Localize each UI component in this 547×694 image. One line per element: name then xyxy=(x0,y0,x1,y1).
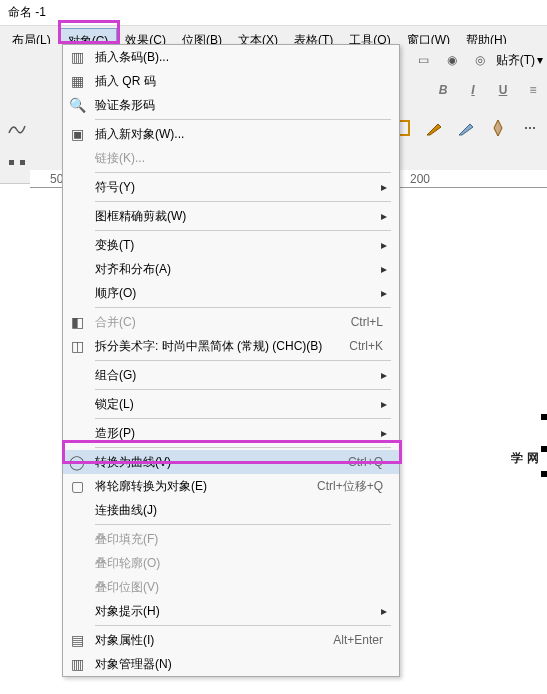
drawing-tools: ⋯ xyxy=(389,115,543,141)
label: 将轮廓转换为对象(E) xyxy=(91,478,317,495)
selection-handle[interactable] xyxy=(541,414,547,420)
menu-object-properties[interactable]: ▤对象属性(I)Alt+Enter xyxy=(63,628,399,652)
qr-icon: ▦ xyxy=(63,69,91,93)
menu-symbol[interactable]: 符号(Y)▸ xyxy=(63,175,399,199)
separator xyxy=(95,418,391,419)
separator xyxy=(95,625,391,626)
menu-overprint-bitmap: 叠印位图(V) xyxy=(63,575,399,599)
shortcut: Ctrl+位移+Q xyxy=(317,478,391,495)
menu-powerclip[interactable]: 图框精确剪裁(W)▸ xyxy=(63,204,399,228)
label: 图框精确剪裁(W) xyxy=(91,208,381,225)
svg-rect-1 xyxy=(9,160,14,165)
label: 符号(Y) xyxy=(91,179,381,196)
label: 验证条形码 xyxy=(91,97,391,114)
submenu-arrow-icon: ▸ xyxy=(381,397,391,411)
menu-object-hint[interactable]: 对象提示(H)▸ xyxy=(63,599,399,623)
bold-button[interactable]: B xyxy=(433,80,453,100)
menu-join-curves[interactable]: 连接曲线(J) xyxy=(63,498,399,522)
submenu-arrow-icon: ▸ xyxy=(381,368,391,382)
pen-tool-icon[interactable] xyxy=(421,115,447,141)
snap-dropdown[interactable]: 贴齐(T) ▾ xyxy=(496,48,543,72)
label: 转换为曲线(V) xyxy=(91,454,348,471)
shortcut: Ctrl+Q xyxy=(348,455,391,469)
label: 造形(P) xyxy=(91,425,381,442)
label: 插入 QR 码 xyxy=(91,73,391,90)
target-icon[interactable]: ◎ xyxy=(468,48,492,72)
more-icon[interactable]: ⋯ xyxy=(517,115,543,141)
label: 拆分美术字: 时尚中黑简体 (常规) (CHC)(B) xyxy=(91,338,349,355)
canvas-text-object[interactable]: 学网 xyxy=(511,418,543,473)
menu-insert-barcode[interactable]: ▥插入条码(B)... xyxy=(63,45,399,69)
selection-handle[interactable] xyxy=(541,446,547,452)
separator xyxy=(95,172,391,173)
format-toolbar: B I U ≡ xyxy=(433,80,543,100)
menu-overprint-fill: 叠印填充(F) xyxy=(63,527,399,551)
label: 叠印位图(V) xyxy=(91,579,391,596)
selection-handle[interactable] xyxy=(541,471,547,477)
label: 插入新对象(W)... xyxy=(91,126,391,143)
menu-insert-new-object[interactable]: ▣插入新对象(W)... xyxy=(63,122,399,146)
label: 合并(C) xyxy=(91,314,351,331)
barcode-icon: ▥ xyxy=(63,45,91,69)
underline-button[interactable]: U xyxy=(493,80,513,100)
submenu-arrow-icon: ▸ xyxy=(381,209,391,223)
separator xyxy=(95,307,391,308)
left-tools xyxy=(4,115,30,175)
node-tool-icon[interactable] xyxy=(4,149,30,175)
svg-rect-2 xyxy=(20,160,25,165)
menu-align[interactable]: 对齐和分布(A)▸ xyxy=(63,257,399,281)
curve-icon: ◯ xyxy=(63,450,91,474)
menu-break-apart[interactable]: ◫拆分美术字: 时尚中黑简体 (常规) (CHC)(B)Ctrl+K xyxy=(63,334,399,358)
menu-shaping[interactable]: 造形(P)▸ xyxy=(63,421,399,445)
shortcut: Alt+Enter xyxy=(333,633,391,647)
freehand-tool-icon[interactable] xyxy=(4,115,30,141)
snap-label: 贴齐(T) xyxy=(496,52,535,69)
manager-icon: ▥ xyxy=(63,652,91,676)
separator xyxy=(95,389,391,390)
menu-order[interactable]: 顺序(O)▸ xyxy=(63,281,399,305)
menu-insert-qr[interactable]: ▦插入 QR 码 xyxy=(63,69,399,93)
shortcut: Ctrl+L xyxy=(351,315,391,329)
label: 锁定(L) xyxy=(91,396,381,413)
menu-group[interactable]: 组合(G)▸ xyxy=(63,363,399,387)
nib-tool-icon[interactable] xyxy=(485,115,511,141)
label: 叠印轮廓(O) xyxy=(91,555,391,572)
separator xyxy=(95,230,391,231)
object-dropdown-menu: ▥插入条码(B)... ▦插入 QR 码 🔍验证条形码 ▣插入新对象(W)...… xyxy=(62,44,400,677)
shortcut: Ctrl+K xyxy=(349,339,391,353)
menu-outline-to-object[interactable]: ▢将轮廓转换为对象(E)Ctrl+位移+Q xyxy=(63,474,399,498)
italic-button[interactable]: I xyxy=(463,80,483,100)
menu-overprint-outline: 叠印轮廓(O) xyxy=(63,551,399,575)
bezier-tool-icon[interactable] xyxy=(453,115,479,141)
toolbar-right: ▭ ◉ ◎ 贴齐(T) ▾ xyxy=(412,48,543,72)
label: 对象属性(I) xyxy=(91,632,333,649)
menu-verify-barcode[interactable]: 🔍验证条形码 xyxy=(63,93,399,117)
align-icon[interactable]: ≡ xyxy=(523,80,543,100)
menu-convert-to-curves[interactable]: ◯转换为曲线(V)Ctrl+Q xyxy=(63,450,399,474)
submenu-arrow-icon: ▸ xyxy=(381,426,391,440)
magnify-icon: 🔍 xyxy=(63,93,91,117)
bounds-icon[interactable]: ▭ xyxy=(412,48,436,72)
menu-transform[interactable]: 变换(T)▸ xyxy=(63,233,399,257)
ruler-mark-200: 200 xyxy=(410,172,430,186)
chevron-down-icon: ▾ xyxy=(537,53,543,67)
submenu-arrow-icon: ▸ xyxy=(381,262,391,276)
outline-icon: ▢ xyxy=(63,474,91,498)
submenu-arrow-icon: ▸ xyxy=(381,286,391,300)
separator xyxy=(95,119,391,120)
label: 对象提示(H) xyxy=(91,603,381,620)
label: 组合(G) xyxy=(91,367,381,384)
submenu-arrow-icon: ▸ xyxy=(381,180,391,194)
separator xyxy=(95,447,391,448)
menu-combine: ◧合并(C)Ctrl+L xyxy=(63,310,399,334)
submenu-arrow-icon: ▸ xyxy=(381,238,391,252)
eye-icon[interactable]: ◉ xyxy=(440,48,464,72)
label: 叠印填充(F) xyxy=(91,531,391,548)
menu-lock[interactable]: 锁定(L)▸ xyxy=(63,392,399,416)
separator xyxy=(95,360,391,361)
menu-link: 链接(K)... xyxy=(63,146,399,170)
menu-object-manager[interactable]: ▥对象管理器(N) xyxy=(63,652,399,676)
submenu-arrow-icon: ▸ xyxy=(381,604,391,618)
separator xyxy=(95,524,391,525)
label: 对齐和分布(A) xyxy=(91,261,381,278)
